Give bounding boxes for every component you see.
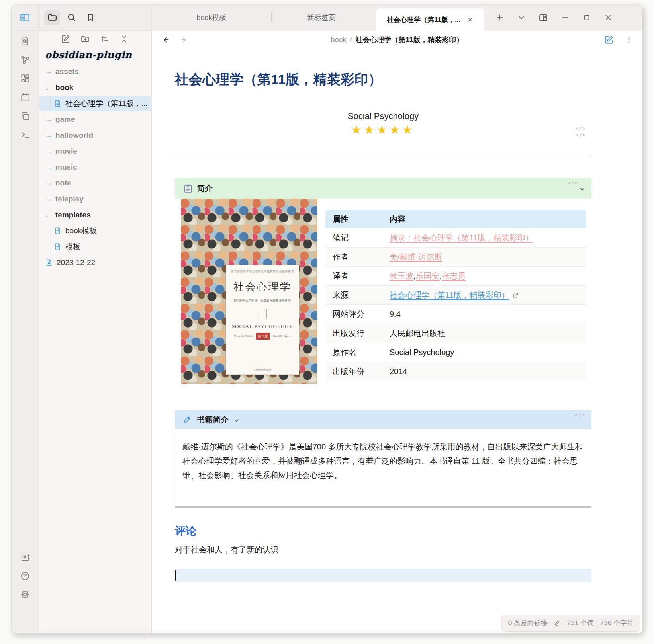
wikilink-translator-3[interactable]: 张志勇	[442, 271, 466, 280]
tab-list-chevron-icon[interactable]	[517, 13, 526, 22]
wikilink-translator-1[interactable]: 侯玉波	[390, 271, 413, 280]
book-cover-panel: 教育部高等学校心理学教学指导委员会推荐用书 社会心理学 [美] 戴维·迈尔斯 著…	[226, 265, 299, 374]
tree-folder-note[interactable]: → note	[39, 175, 151, 191]
cover-chair-sketch	[258, 309, 267, 319]
folder-arrow-icon: ↓	[45, 211, 55, 219]
code-block-icon[interactable]: </>	[568, 180, 578, 186]
maximize-icon[interactable]	[582, 13, 591, 22]
table-header-content: 内容	[382, 210, 586, 228]
help-icon[interactable]	[20, 571, 30, 581]
summary-callout-header[interactable]: 书籍简介 </>	[175, 410, 591, 429]
vault-icon[interactable]	[20, 552, 30, 562]
new-tab-icon[interactable]	[495, 13, 504, 22]
graph-icon[interactable]	[20, 55, 30, 65]
tree-folder-book[interactable]: ↓ book	[39, 80, 151, 96]
intro-section-header[interactable]: 简介 </>	[175, 178, 591, 199]
folder-arrow-icon: →	[45, 131, 55, 140]
titlebar-rail	[12, 4, 38, 31]
chevron-down-icon[interactable]	[579, 186, 585, 192]
external-link-source[interactable]: 社会心理学（第11版，精装彩印）	[390, 291, 509, 299]
wikilink-translator-2[interactable]: 乐国安	[416, 271, 440, 280]
collapse-all-icon[interactable]	[119, 34, 129, 44]
tree-folder-assets[interactable]: → assets	[39, 64, 151, 80]
cover-title-cn: 社会心理学	[233, 280, 291, 294]
folder-arrow-icon: →	[45, 163, 55, 172]
breadcrumb-parent[interactable]: book	[331, 36, 346, 44]
summary-callout-title: 书籍简介	[197, 414, 229, 425]
file-tree: → assets ↓ book 社会心理学（第11版，...	[39, 63, 151, 633]
titlebar: book模板 新标签页 社会心理学（第11版，...	[12, 4, 642, 31]
table-row-publisher: 出版发行 人民邮电出版社	[325, 324, 586, 343]
wikilink-note-excerpt[interactable]: 摘录：社会心理学（第11版，精装彩印）	[390, 233, 533, 242]
active-edit-line[interactable]	[175, 569, 591, 582]
explorer-toolbar	[39, 31, 151, 47]
obsidian-window: book模板 新标签页 社会心理学（第11版，...	[11, 4, 643, 634]
file-search-icon[interactable]	[20, 36, 30, 46]
forward-icon[interactable]	[180, 35, 188, 44]
tree-folder-movie[interactable]: → movie	[39, 143, 151, 159]
comments-heading: 评论	[175, 524, 591, 538]
chevron-down-icon[interactable]	[234, 418, 239, 423]
indent-guide	[50, 239, 50, 255]
blocks-icon[interactable]	[20, 73, 30, 84]
tree-folder-game[interactable]: → game	[39, 111, 151, 127]
edit-mode-icon[interactable]	[554, 620, 561, 626]
backlinks-count[interactable]: 0 条反向链接	[508, 619, 548, 628]
table-row-note: 笔记 摘录：社会心理学（第11版，精装彩印）	[325, 228, 586, 248]
split-pane-icon[interactable]	[538, 13, 548, 22]
code-block-icon[interactable]: </>	[576, 125, 586, 131]
sort-icon[interactable]	[100, 34, 110, 44]
bookmark-tab-button[interactable]	[82, 10, 98, 25]
back-icon[interactable]	[161, 35, 170, 44]
tree-file-book-template[interactable]: book模板	[39, 223, 151, 239]
tab-book-template[interactable]: book模板	[152, 4, 271, 31]
word-count[interactable]: 231 个词	[567, 619, 594, 628]
editor-header: book/社会心理学（第11版，精装彩印）	[152, 31, 642, 49]
tree-file-social-psychology[interactable]: 社会心理学（第11版，...	[39, 96, 151, 111]
tree-folder-teleplay[interactable]: → teleplay	[39, 191, 151, 207]
tab-new[interactable]: 新标签页	[272, 4, 371, 31]
row-label: 作者	[325, 248, 382, 267]
tree-file-daily-note[interactable]: 2023-12-22	[39, 255, 151, 271]
sidebar-toggle-icon[interactable]	[17, 10, 33, 25]
tab-strip: book模板 新标签页 社会心理学（第11版，...	[152, 4, 642, 31]
table-header-row: 属性 内容	[325, 210, 586, 228]
row-value: Social Psychology	[382, 343, 586, 362]
tree-folder-music[interactable]: → music	[39, 159, 151, 175]
table-row-translators: 译者 侯玉波,乐国安,张志勇	[325, 267, 586, 286]
code-block-icon[interactable]: </>	[575, 412, 585, 418]
folder-arrow-icon: →	[45, 179, 55, 187]
tab-close-icon[interactable]	[467, 16, 474, 23]
indent-guide	[50, 223, 50, 239]
tree-folder-halloworld[interactable]: → halloworld	[39, 127, 151, 143]
files-tab-button[interactable]	[44, 10, 60, 25]
terminal-icon[interactable]	[20, 129, 30, 140]
document-icon	[54, 100, 62, 107]
row-label: 出版年份	[325, 362, 382, 381]
file-explorer: obsidian-plugin → assets ↓ book	[38, 31, 152, 633]
document-icon	[54, 227, 62, 235]
minimize-icon[interactable]	[561, 13, 570, 22]
edit-icon[interactable]	[604, 35, 614, 45]
rating-stars: ★★★★★	[175, 123, 591, 137]
char-count[interactable]: 736 个字符	[600, 619, 634, 628]
new-folder-icon[interactable]	[80, 34, 90, 44]
tab-active-social-psychology[interactable]: 社会心理学（第11版，...	[376, 8, 484, 31]
calendar-icon[interactable]	[20, 92, 30, 102]
gear-icon[interactable]	[20, 589, 30, 600]
tree-file-template[interactable]: 模板	[39, 239, 151, 255]
more-icon[interactable]	[625, 36, 633, 44]
table-row-year: 出版年份 2014	[325, 362, 586, 381]
tree-folder-templates[interactable]: ↓ templates	[39, 207, 151, 223]
new-note-icon[interactable]	[61, 34, 70, 44]
copy-icon[interactable]	[20, 111, 30, 121]
wikilink-author[interactable]: 美/戴维·迈尔斯	[390, 252, 442, 261]
search-tab-button[interactable]	[63, 10, 79, 25]
close-window-icon[interactable]	[604, 13, 613, 22]
breadcrumb: book/社会心理学（第11版，精装彩印）	[213, 35, 581, 45]
breadcrumb-current[interactable]: 社会心理学（第11版，精装彩印）	[356, 36, 464, 44]
vault-title[interactable]: obsidian-plugin	[45, 49, 151, 60]
table-row-author: 作者 美/戴维·迈尔斯	[325, 248, 586, 267]
cover-edition-badge: 第11版	[256, 333, 270, 340]
cover-translators: 侯玉波 乐国安 张智勇 译	[260, 299, 291, 302]
